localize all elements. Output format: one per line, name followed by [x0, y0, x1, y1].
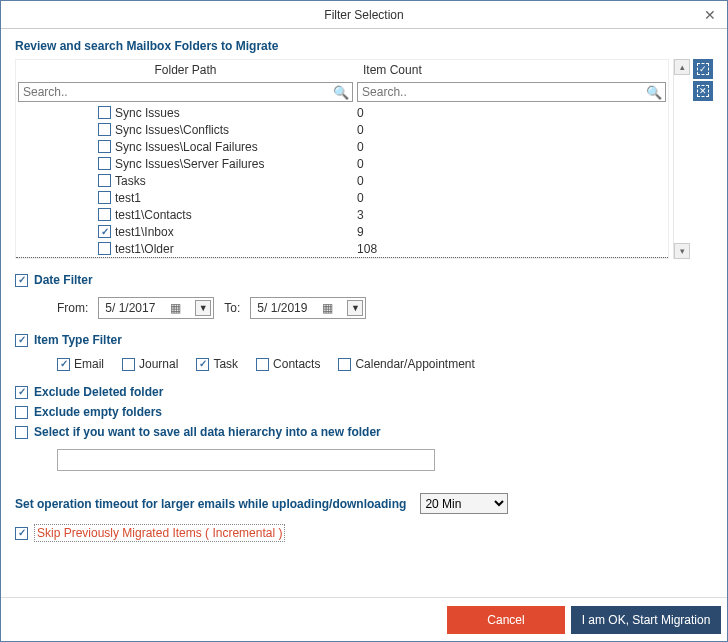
- window-title: Filter Selection: [324, 8, 403, 22]
- folder-name: Sync Issues\Server Failures: [115, 157, 264, 171]
- chevron-down-icon[interactable]: ▼: [347, 300, 363, 316]
- item-type-filter-checkbox[interactable]: [15, 334, 28, 347]
- date-filter-label: Date Filter: [34, 273, 93, 287]
- to-label: To:: [224, 301, 240, 315]
- folder-checkbox[interactable]: [98, 208, 111, 221]
- item-count: 0: [355, 106, 668, 120]
- skip-migrated-label: Skip Previously Migrated Items ( Increme…: [34, 524, 285, 542]
- select-all-button[interactable]: ✓: [693, 59, 713, 79]
- folder-checkbox[interactable]: [98, 242, 111, 255]
- item-count: 0: [355, 123, 668, 137]
- to-date-value: 5/ 1/2019: [257, 301, 307, 315]
- table-row[interactable]: Sync Issues\Server Failures0: [16, 155, 668, 172]
- item-count: 0: [355, 191, 668, 205]
- contacts-checkbox[interactable]: [256, 358, 269, 371]
- scroll-up-icon[interactable]: ▴: [674, 59, 690, 75]
- table-header: Folder Path Item Count: [16, 60, 668, 82]
- folder-checkbox[interactable]: [98, 191, 111, 204]
- item-count: 3: [355, 208, 668, 222]
- table-row[interactable]: Tasks0: [16, 172, 668, 189]
- calendar-label: Calendar/Appointment: [355, 357, 474, 371]
- folder-checkbox[interactable]: [98, 174, 111, 187]
- item-type-filter-label: Item Type Filter: [34, 333, 122, 347]
- email-checkbox[interactable]: [57, 358, 70, 371]
- folder-name: test1\Older: [115, 242, 174, 256]
- deselect-all-button[interactable]: ✕: [693, 81, 713, 101]
- contacts-label: Contacts: [273, 357, 320, 371]
- table-row[interactable]: test1\Inbox9: [16, 223, 668, 240]
- save-hierarchy-label: Select if you want to save all data hier…: [34, 425, 381, 439]
- journal-checkbox[interactable]: [122, 358, 135, 371]
- exclude-empty-label: Exclude empty folders: [34, 405, 162, 419]
- mailbox-heading: Review and search Mailbox Folders to Mig…: [15, 39, 713, 53]
- chevron-down-icon[interactable]: ▼: [195, 300, 211, 316]
- title-bar: Filter Selection ✕: [1, 1, 727, 29]
- folder-name: test1\Inbox: [115, 225, 174, 239]
- table-row[interactable]: test1\Contacts3: [16, 206, 668, 223]
- folder-checkbox[interactable]: [98, 157, 111, 170]
- scroll-down-icon[interactable]: ▾: [674, 243, 690, 259]
- exclude-deleted-checkbox[interactable]: [15, 386, 28, 399]
- table-row[interactable]: test10: [16, 189, 668, 206]
- save-hierarchy-checkbox[interactable]: [15, 426, 28, 439]
- date-filter-checkbox[interactable]: [15, 274, 28, 287]
- item-count: 0: [355, 140, 668, 154]
- timeout-label: Set operation timeout for larger emails …: [15, 497, 406, 511]
- exclude-deleted-label: Exclude Deleted folder: [34, 385, 163, 399]
- folder-checkbox[interactable]: [98, 140, 111, 153]
- folder-name: Sync Issues\Local Failures: [115, 140, 258, 154]
- task-label: Task: [213, 357, 238, 371]
- from-date-value: 5/ 1/2017: [105, 301, 155, 315]
- calendar-icon: ▦: [322, 301, 333, 315]
- close-icon[interactable]: ✕: [701, 6, 719, 24]
- folder-checkbox[interactable]: [98, 225, 111, 238]
- timeout-select[interactable]: 20 Min: [420, 493, 508, 514]
- folder-checkbox[interactable]: [98, 123, 111, 136]
- item-count: 0: [355, 157, 668, 171]
- folder-name: test1: [115, 191, 141, 205]
- search-count-input[interactable]: [357, 82, 666, 102]
- folder-name: Tasks: [115, 174, 146, 188]
- table-row[interactable]: test1\Older108: [16, 240, 668, 257]
- table-row[interactable]: Sync Issues0: [16, 104, 668, 121]
- folder-name: Sync Issues\Conflicts: [115, 123, 229, 137]
- folder-name: Sync Issues: [115, 106, 180, 120]
- start-migration-button[interactable]: I am OK, Start Migration: [571, 606, 721, 634]
- exclude-empty-checkbox[interactable]: [15, 406, 28, 419]
- item-count: 108: [355, 242, 668, 256]
- calendar-icon: ▦: [170, 301, 181, 315]
- new-folder-input[interactable]: [57, 449, 435, 471]
- item-count: 0: [355, 174, 668, 188]
- from-date-picker[interactable]: 5/ 1/2017 ▦ ▼: [98, 297, 214, 319]
- folder-checkbox[interactable]: [98, 106, 111, 119]
- from-label: From:: [57, 301, 88, 315]
- folder-table: Folder Path Item Count 🔍 🔍 Sync Issues0S…: [15, 59, 669, 259]
- calendar-checkbox[interactable]: [338, 358, 351, 371]
- search-folder-input[interactable]: [18, 82, 353, 102]
- cancel-button[interactable]: Cancel: [447, 606, 565, 634]
- table-row[interactable]: ▸test1\Sent Items7: [16, 257, 668, 258]
- email-label: Email: [74, 357, 104, 371]
- col-item-count[interactable]: Item Count: [355, 60, 668, 82]
- task-checkbox[interactable]: [196, 358, 209, 371]
- table-scrollbar[interactable]: ▴ ▾: [673, 59, 689, 259]
- table-row[interactable]: Sync Issues\Conflicts0: [16, 121, 668, 138]
- col-folder-path[interactable]: Folder Path: [16, 60, 355, 82]
- journal-label: Journal: [139, 357, 178, 371]
- item-count: 9: [355, 225, 668, 239]
- skip-migrated-checkbox[interactable]: [15, 527, 28, 540]
- folder-name: test1\Contacts: [115, 208, 192, 222]
- table-row[interactable]: Sync Issues\Local Failures0: [16, 138, 668, 155]
- to-date-picker[interactable]: 5/ 1/2019 ▦ ▼: [250, 297, 366, 319]
